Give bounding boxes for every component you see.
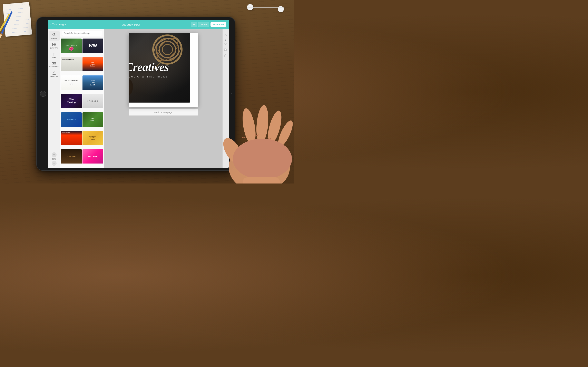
sidebar-bottom: + 50% − <box>48 152 60 168</box>
zoom-out-button[interactable]: − <box>52 161 57 166</box>
header-actions: ↩ Share Download <box>191 22 229 27</box>
templates-panel <box>60 29 104 168</box>
template-outback[interactable] <box>82 57 103 75</box>
template-business[interactable] <box>61 112 82 130</box>
ipad-screen: ‹ Your designs Facebook Post ↩ Share Dow… <box>48 20 229 168</box>
desk-items <box>0 0 37 41</box>
page-title: Facebook Post <box>69 23 191 26</box>
template-green[interactable] <box>82 112 103 130</box>
svg-rect-2 <box>52 43 54 44</box>
template-thailand[interactable] <box>82 75 103 93</box>
zoom-value: 50% <box>52 158 56 160</box>
sidebar-background-label: BKGROUND <box>49 66 59 67</box>
sidebar-item-text[interactable]: T TEXT <box>49 51 60 60</box>
template-lilypad[interactable] <box>61 39 82 56</box>
page-copy-button[interactable] <box>224 48 228 52</box>
sidebar-text-label: TEXT <box>52 57 56 58</box>
templates-grid <box>60 38 104 168</box>
search-box <box>60 29 104 38</box>
page-number: 1 <box>225 38 226 42</box>
app-body: SEARCH LAYOUTS T TEXT <box>48 29 229 168</box>
uploads-icon <box>52 71 56 75</box>
svg-point-14 <box>162 44 173 55</box>
template-wine[interactable] <box>82 39 103 56</box>
sidebar-search-label: SEARCH <box>51 38 57 39</box>
template-honey[interactable] <box>82 131 103 149</box>
sidebar-item-search[interactable]: SEARCH <box>49 31 60 41</box>
back-label: Your designs <box>52 23 66 26</box>
app-header: ‹ Your designs Facebook Post ↩ Share Dow… <box>48 20 229 29</box>
template-traditional[interactable] <box>61 149 82 167</box>
sidebar-uploads-label: UPLOADS <box>50 76 58 77</box>
canvas-area[interactable]: Creatives COOL CRAFTING IDEAS + Add a ne… <box>104 29 223 168</box>
back-button[interactable]: ‹ Your designs <box>48 23 69 26</box>
svg-line-1 <box>54 35 56 36</box>
search-input[interactable] <box>62 31 102 36</box>
svg-rect-5 <box>54 45 56 46</box>
page-up-button[interactable] <box>224 33 228 37</box>
share-button[interactable]: Share <box>198 22 209 27</box>
template-pink[interactable] <box>82 149 103 167</box>
undo-button[interactable]: ↩ <box>191 22 197 27</box>
cable <box>247 7 284 8</box>
svg-rect-3 <box>54 43 56 44</box>
svg-point-13 <box>159 42 176 58</box>
search-icon <box>52 33 56 37</box>
svg-rect-19 <box>224 49 226 50</box>
side-button <box>231 93 232 94</box>
sidebar-item-uploads[interactable]: UPLOADS <box>49 69 60 79</box>
ipad-frame: ‹ Your designs Facebook Post ↩ Share Dow… <box>37 17 235 170</box>
template-project[interactable] <box>61 57 82 75</box>
page-delete-button[interactable] <box>224 54 228 58</box>
home-button[interactable] <box>40 91 46 97</box>
creatives-image-overlay[interactable]: Creatives COOL CRAFTING IDEAS <box>129 33 190 103</box>
svg-rect-4 <box>52 45 54 46</box>
earphones <box>233 0 294 41</box>
page-down-button[interactable] <box>224 42 228 46</box>
template-cascade[interactable] <box>82 94 103 112</box>
template-city[interactable] <box>61 131 82 149</box>
overlay-main-text: Creatives <box>129 60 169 74</box>
sidebar-item-background[interactable]: BKGROUND <box>49 60 60 69</box>
layouts-icon <box>52 43 56 47</box>
canvas-page[interactable]: Creatives COOL CRAFTING IDEAS <box>129 33 198 107</box>
right-controls: 1 <box>223 29 229 168</box>
back-chevron-icon: ‹ <box>51 23 52 26</box>
text-icon: T <box>53 52 55 57</box>
add-page-button[interactable]: + Add a new page <box>129 109 198 116</box>
svg-rect-20 <box>224 55 227 57</box>
template-ostella[interactable] <box>61 75 82 93</box>
template-winetasting[interactable] <box>61 94 82 112</box>
download-button[interactable]: Download <box>210 22 226 27</box>
sidebar: SEARCH LAYOUTS T TEXT <box>48 29 60 168</box>
background-icon <box>52 62 56 66</box>
sidebar-item-layouts[interactable]: LAYOUTS <box>49 41 60 50</box>
zoom-in-button[interactable]: + <box>52 152 57 157</box>
sidebar-layouts-label: LAYOUTS <box>50 47 58 49</box>
overlay-sub-text: COOL CRAFTING IDEAS <box>129 75 168 78</box>
